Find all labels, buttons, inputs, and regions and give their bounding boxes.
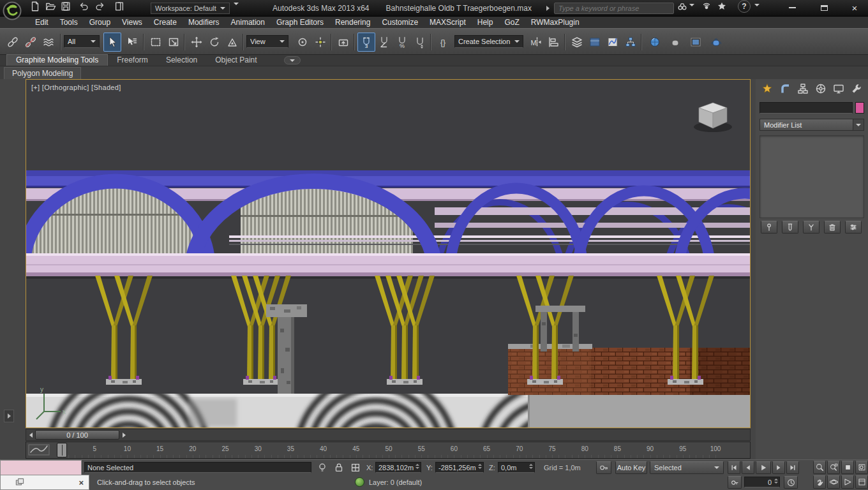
max-app-logo-icon[interactable]: [1, 1, 23, 21]
manage-layers-icon[interactable]: [568, 33, 586, 52]
maxscript-listener-line[interactable]: ×: [0, 475, 89, 490]
workspace-dropdown[interactable]: Workspace: Default: [151, 3, 230, 14]
current-frame-marker[interactable]: [57, 443, 67, 457]
select-and-move-icon[interactable]: [188, 33, 206, 52]
previous-frame-arrow-icon[interactable]: [27, 431, 34, 439]
named-selection-set-dropdown[interactable]: Create Selection Set: [454, 35, 523, 48]
ribbon-tab-object-paint[interactable]: Object Paint: [206, 55, 266, 66]
help-caret-icon[interactable]: [754, 6, 760, 15]
configure-modifier-sets-icon[interactable]: [845, 221, 862, 234]
keyboard-shortcut-override-icon[interactable]: [334, 33, 352, 52]
auto-key-button[interactable]: Auto Key: [615, 461, 647, 474]
menu-maxscript[interactable]: MAXScript: [424, 17, 472, 28]
z-coordinate-field[interactable]: 0,0m: [498, 462, 535, 473]
minimize-button[interactable]: [780, 0, 804, 15]
make-unique-icon[interactable]: [803, 221, 819, 234]
close-button[interactable]: ×: [842, 0, 867, 15]
reference-coordinate-system-dropdown[interactable]: View: [246, 35, 288, 48]
ribbon-panel-polygon-modeling[interactable]: Polygon Modeling: [4, 67, 81, 79]
viewport-scene[interactable]: x y: [26, 80, 750, 427]
qat-undo-icon[interactable]: [77, 0, 91, 13]
key-filter-dropdown[interactable]: Selected: [650, 461, 724, 474]
curve-editor-icon[interactable]: [604, 33, 622, 52]
hierarchy-tab-icon[interactable]: [795, 81, 811, 96]
select-by-name-icon[interactable]: [123, 33, 140, 52]
qat-redo-icon[interactable]: [93, 0, 107, 13]
menu-goz[interactable]: GoZ: [498, 17, 525, 28]
qat-save-icon[interactable]: [59, 0, 73, 13]
menu-tools[interactable]: Tools: [54, 17, 84, 28]
display-tab-icon[interactable]: [831, 81, 846, 96]
next-frame-button[interactable]: [772, 461, 785, 474]
ribbon-tab-graphite-modeling-tools[interactable]: Graphite Modeling Tools: [6, 54, 108, 66]
tray-expand-arrow-button[interactable]: [4, 410, 14, 422]
go-to-start-button[interactable]: [728, 461, 740, 474]
spinner-icon[interactable]: [529, 464, 533, 469]
field-of-view-icon[interactable]: [841, 475, 854, 489]
menu-group[interactable]: Group: [84, 17, 116, 28]
spinner-icon[interactable]: [774, 479, 778, 484]
communication-center-icon[interactable]: [700, 0, 714, 13]
infocenter-collapse-icon[interactable]: [546, 6, 550, 11]
status-selection-field[interactable]: None Selected: [84, 462, 311, 473]
go-to-end-button[interactable]: [786, 461, 799, 474]
mirror-icon[interactable]: M: [527, 33, 545, 52]
pan-view-icon[interactable]: [813, 475, 826, 489]
select-and-link-icon[interactable]: [4, 33, 22, 52]
select-and-rotate-icon[interactable]: [206, 33, 223, 52]
track-bar[interactable]: 0510152025303540455055606570758085909510…: [26, 442, 751, 459]
ribbon-minimize-icon[interactable]: [284, 56, 301, 64]
modifier-stack-list[interactable]: [760, 135, 864, 218]
qat-new-icon[interactable]: [28, 0, 42, 13]
maximize-button[interactable]: [812, 0, 836, 15]
use-pivot-point-center-icon[interactable]: [294, 33, 311, 52]
select-and-manipulate-icon[interactable]: [311, 33, 329, 52]
render-production-icon[interactable]: [707, 33, 725, 52]
material-editor-icon[interactable]: [646, 33, 664, 52]
menu-edit[interactable]: Edit: [29, 17, 54, 28]
render-setup-icon[interactable]: [666, 33, 684, 52]
listener-close-icon[interactable]: ×: [79, 478, 84, 487]
select-and-scale-icon[interactable]: [223, 33, 241, 52]
zoom-all-icon[interactable]: [827, 461, 840, 474]
workspace-menu-caret-icon[interactable]: [234, 5, 239, 14]
menu-animation[interactable]: Animation: [225, 17, 271, 28]
search-input[interactable]: [558, 3, 670, 13]
create-tab-icon[interactable]: [760, 81, 775, 96]
menu-customize[interactable]: Customize: [376, 17, 424, 28]
title-bar[interactable]: Workspace: Default Autodesk 3ds Max 2013…: [0, 0, 868, 17]
spinner-snap-icon[interactable]: [411, 33, 429, 52]
percent-snap-icon[interactable]: %: [393, 33, 411, 52]
align-icon[interactable]: [545, 33, 563, 52]
maximize-viewport-toggle-icon[interactable]: [855, 475, 868, 489]
snaps-toggle-3d-icon[interactable]: 3: [357, 33, 375, 52]
search-options-caret-icon[interactable]: [689, 6, 694, 15]
current-frame-spinner[interactable]: 0: [744, 477, 780, 487]
rectangular-selection-region-icon[interactable]: [147, 33, 165, 52]
lock-selection-icon[interactable]: [333, 462, 345, 475]
time-slider-handle[interactable]: 0 / 100: [35, 430, 119, 440]
absolute-mode-transform-icon[interactable]: [350, 462, 361, 475]
graphite-ribbon-toggle-icon[interactable]: [586, 33, 604, 52]
open-mini-curve-editor-button[interactable]: [27, 443, 54, 457]
unlink-selection-icon[interactable]: [22, 33, 40, 52]
select-object-icon[interactable]: [103, 33, 121, 52]
spinner-icon[interactable]: [478, 464, 482, 469]
edit-named-selection-sets-icon[interactable]: {}: [434, 33, 452, 52]
macro-recorder-line[interactable]: [0, 460, 82, 475]
ribbon-tab-freeform[interactable]: Freeform: [108, 55, 157, 66]
x-coordinate-field[interactable]: 2838,102m: [375, 462, 421, 473]
zoom-extents-icon[interactable]: [841, 461, 854, 474]
menu-views[interactable]: Views: [116, 17, 148, 28]
search-field[interactable]: [554, 3, 674, 14]
motion-tab-icon[interactable]: [813, 81, 828, 96]
window-crossing-icon[interactable]: [165, 33, 183, 52]
menu-create[interactable]: Create: [148, 17, 183, 28]
menu-graph-editors[interactable]: Graph Editors: [271, 17, 329, 28]
object-color-swatch[interactable]: [855, 102, 864, 114]
selection-lock-icon[interactable]: [317, 462, 328, 475]
object-name-field[interactable]: [760, 102, 853, 114]
remove-modifier-icon[interactable]: [824, 221, 841, 234]
schematic-view-icon[interactable]: [622, 33, 640, 52]
bind-to-space-warp-icon[interactable]: [40, 33, 57, 52]
